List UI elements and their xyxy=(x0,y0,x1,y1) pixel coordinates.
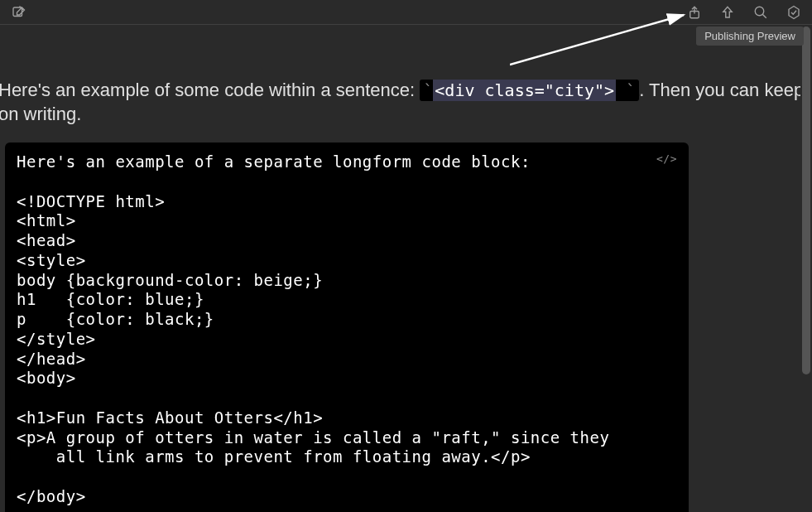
scrollbar-track[interactable] xyxy=(800,25,812,512)
code-block-content: Here's an example of a separate longform… xyxy=(17,152,609,505)
scrollbar-thumb[interactable] xyxy=(802,27,810,374)
share-icon[interactable] xyxy=(686,4,703,21)
inline-code-wrapper: `<div class="city"> ` xyxy=(420,80,639,101)
search-icon[interactable] xyxy=(752,4,769,21)
inline-code: <div class="city"> xyxy=(433,80,616,101)
toolbar-right xyxy=(686,4,802,21)
prose-text[interactable]: Here's an example of some code within a … xyxy=(0,25,812,142)
code-block[interactable]: </>Here's an example of a separate longf… xyxy=(5,142,689,512)
toolbar xyxy=(0,0,812,25)
svg-point-2 xyxy=(755,7,764,16)
code-toggle-icon[interactable]: </> xyxy=(656,152,677,166)
settings-icon[interactable] xyxy=(786,4,802,21)
toolbar-left xyxy=(10,4,26,21)
backtick-close: ` xyxy=(616,80,636,100)
publish-icon[interactable] xyxy=(719,4,736,21)
content-area: Here's an example of some code within a … xyxy=(0,25,812,512)
tooltip-text: Publishing Preview xyxy=(704,30,795,42)
tooltip-publishing-preview: Publishing Preview xyxy=(696,27,804,46)
prose-before: Here's an example of some code within a … xyxy=(0,80,420,100)
compose-icon[interactable] xyxy=(10,4,26,21)
backtick-open: ` xyxy=(423,80,433,100)
